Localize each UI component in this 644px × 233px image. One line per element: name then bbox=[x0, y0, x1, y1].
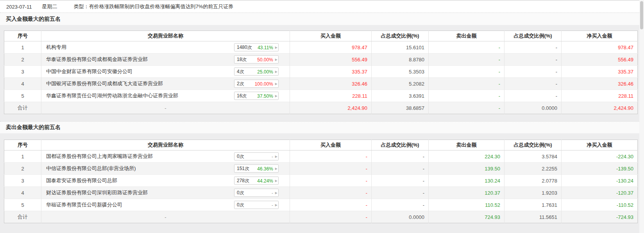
net-buy-amount: 978.47 bbox=[562, 41, 638, 54]
table-row: 1 国都证券股份有限公司上海周家嘴路证券营业部 0次 - ▶ - - 224.3… bbox=[4, 151, 638, 163]
expand-arrow-icon: ▶ bbox=[275, 167, 277, 170]
sell-ratio: - bbox=[504, 66, 562, 78]
branch-name-cell: 华福证券有限责任公司新疆分公司 0次 - ▶ bbox=[41, 199, 290, 211]
col-sell-amount: 卖出金额 bbox=[429, 31, 504, 41]
sell-amount: 130.24 bbox=[429, 175, 504, 187]
header-row: 序号 交易营业部名称 买入金额 占总成交比例(%) 卖出金额 占总成交比例(%)… bbox=[4, 140, 638, 151]
branch-name: 华泰证券股份有限公司成都蜀金路证券营业部 bbox=[46, 56, 148, 62]
branch-name: 中信证券股份有限公司总部(非营业场所) bbox=[46, 165, 136, 171]
trade-count-badge[interactable]: 0次 - ▶ bbox=[234, 189, 279, 197]
buy-table: 序号 交易营业部名称 买入金额 占总成交比例(%) 卖出金额 占总成交比例(%)… bbox=[4, 30, 638, 114]
buy-ratio: - bbox=[372, 175, 429, 187]
row-seq: 4 bbox=[4, 78, 41, 90]
badge-pct: 50.00% bbox=[257, 57, 273, 62]
buy-amount: 978.47 bbox=[290, 41, 372, 54]
badge-count: 2次 bbox=[237, 81, 244, 87]
net-buy-amount: -224.30 bbox=[562, 151, 638, 163]
col-buy-amount: 买入金额 bbox=[290, 140, 372, 151]
expand-arrow-icon: ▶ bbox=[275, 94, 277, 97]
table-row: 5 华鑫证券有限责任公司湖州劳动路浙北金融中心证券营业部 16次 37.50% … bbox=[4, 90, 638, 102]
buy-amount: - bbox=[290, 175, 372, 187]
sell-ratio: 2.2255 bbox=[504, 163, 562, 175]
badge-count: 16次 bbox=[237, 93, 247, 99]
expand-arrow-icon: ▶ bbox=[275, 155, 277, 158]
total-sell-amount: - bbox=[429, 102, 504, 114]
trade-count-badge[interactable]: 2次 100.00% ▶ bbox=[234, 80, 279, 88]
branch-name: 国都证券股份有限公司上海周家嘴路证券营业部 bbox=[46, 153, 153, 159]
row-seq: 1 bbox=[4, 41, 41, 54]
net-buy-amount: 335.37 bbox=[562, 66, 638, 78]
branch-name-cell: 机构专用 1480次 43.11% ▶ bbox=[41, 41, 290, 54]
total-buy-ratio: 0.0000 bbox=[372, 211, 429, 223]
buy-ratio: 5.3503 bbox=[372, 66, 429, 78]
row-seq: 5 bbox=[4, 90, 41, 102]
type-text: 类型：有价格涨跌幅限制的日收盘价格涨幅偏离值达到7%的前五只证券 bbox=[74, 3, 234, 10]
trade-count-badge[interactable]: 151次 46.36% ▶ bbox=[234, 165, 279, 173]
total-sell-ratio: 11.5651 bbox=[504, 211, 562, 223]
col-branch: 交易营业部名称 bbox=[41, 140, 290, 151]
expand-arrow-icon: ▶ bbox=[275, 58, 277, 61]
scrollbar-thumb[interactable] bbox=[640, 1, 643, 29]
total-name-dash: - bbox=[41, 211, 290, 223]
sell-ratio: 1.9203 bbox=[504, 187, 562, 199]
table-row: 2 华泰证券股份有限公司成都蜀金路证券营业部 18次 50.00% ▶ 556.… bbox=[4, 54, 638, 66]
buy-amount: - bbox=[290, 163, 372, 175]
trade-count-badge[interactable]: 278次 44.24% ▶ bbox=[234, 177, 279, 185]
date-text: 2023-07-11 bbox=[6, 4, 32, 10]
col-net-buy: 净买入金额 bbox=[562, 140, 638, 151]
branch-name: 机构专用 bbox=[46, 44, 66, 50]
buy-amount: 326.46 bbox=[290, 78, 372, 90]
sell-table: 序号 交易营业部名称 买入金额 占总成交比例(%) 卖出金额 占总成交比例(%)… bbox=[4, 140, 638, 223]
total-label: 合计 bbox=[4, 102, 41, 114]
branch-name-cell: 财达证券股份有限公司深圳彩田路证券营业部 0次 - ▶ bbox=[41, 187, 290, 199]
buy-ratio: 8.8780 bbox=[372, 54, 429, 66]
trade-count-badge[interactable]: 18次 50.00% ▶ bbox=[234, 56, 279, 64]
total-buy-amount: 2,424.90 bbox=[290, 102, 372, 114]
trade-count-badge[interactable]: 16次 37.50% ▶ bbox=[234, 92, 279, 100]
table-row: 4 财达证券股份有限公司深圳彩田路证券营业部 0次 - ▶ - - 120.37… bbox=[4, 187, 638, 199]
net-buy-amount: -130.24 bbox=[562, 175, 638, 187]
total-sell-amount: 724.93 bbox=[429, 211, 504, 223]
net-buy-amount: 556.49 bbox=[562, 54, 638, 66]
section-title-sell: 卖出金额最大的前五名 bbox=[0, 121, 644, 133]
badge-pct: - bbox=[272, 190, 273, 195]
net-buy-amount: -110.52 bbox=[562, 199, 638, 211]
expand-arrow-icon: ▶ bbox=[275, 70, 277, 73]
total-net-buy: -724.93 bbox=[562, 211, 638, 223]
trade-count-badge[interactable]: 4次 25.00% ▶ bbox=[234, 68, 279, 76]
sell-amount: 110.52 bbox=[429, 199, 504, 211]
sell-table-wrap: 序号 交易营业部名称 买入金额 占总成交比例(%) 卖出金额 占总成交比例(%)… bbox=[4, 140, 638, 223]
topbar: 2023-07-11 星期二 类型：有价格涨跌幅限制的日收盘价格涨幅偏离值达到7… bbox=[0, 0, 644, 13]
sell-ratio: 2.0778 bbox=[504, 175, 562, 187]
branch-name-cell: 华泰证券股份有限公司成都蜀金路证券营业部 18次 50.00% ▶ bbox=[41, 54, 290, 66]
badge-pct: 37.50% bbox=[257, 93, 273, 99]
col-branch: 交易营业部名称 bbox=[41, 31, 290, 41]
col-buy-amount: 买入金额 bbox=[290, 31, 372, 41]
col-sell-ratio: 占总成交比例(%) bbox=[504, 31, 562, 41]
col-buy-ratio: 占总成交比例(%) bbox=[372, 31, 429, 41]
badge-count: 151次 bbox=[237, 165, 249, 172]
trade-count-badge[interactable]: 1480次 43.11% ▶ bbox=[234, 43, 279, 52]
row-seq: 2 bbox=[4, 54, 41, 66]
net-buy-amount: -139.50 bbox=[562, 163, 638, 175]
col-sell-amount: 卖出金额 bbox=[429, 140, 504, 151]
vertical-scrollbar[interactable] bbox=[639, 0, 644, 233]
table-row: 2 中信证券股份有限公司总部(非营业场所) 151次 46.36% ▶ - - … bbox=[4, 163, 638, 175]
total-buy-amount: - bbox=[290, 211, 372, 223]
weekday-text: 星期二 bbox=[42, 3, 57, 10]
net-buy-amount: 326.46 bbox=[562, 78, 638, 90]
buy-amount: - bbox=[290, 151, 372, 163]
badge-count: 18次 bbox=[237, 56, 247, 63]
section-title-sell-label: 卖出金额最大的前五名 bbox=[6, 124, 61, 131]
trade-count-badge[interactable]: 0次 - ▶ bbox=[234, 201, 279, 209]
sell-ratio: 1.7631 bbox=[504, 199, 562, 211]
badge-count: 0次 bbox=[237, 202, 244, 208]
buy-amount: 335.37 bbox=[290, 66, 372, 78]
trade-count-badge[interactable]: 0次 - ▶ bbox=[234, 152, 279, 161]
expand-arrow-icon: ▶ bbox=[275, 179, 277, 182]
table-row: 3 中国中金财富证券有限公司安徽分公司 4次 25.00% ▶ 335.37 5… bbox=[4, 66, 638, 78]
buy-ratio: - bbox=[372, 151, 429, 163]
branch-name: 中国银河证券股份有限公司成都成飞大道证券营业部 bbox=[46, 81, 163, 86]
buy-table-wrap: 序号 交易营业部名称 买入金额 占总成交比例(%) 卖出金额 占总成交比例(%)… bbox=[4, 30, 638, 114]
badge-count: 0次 bbox=[237, 190, 244, 196]
